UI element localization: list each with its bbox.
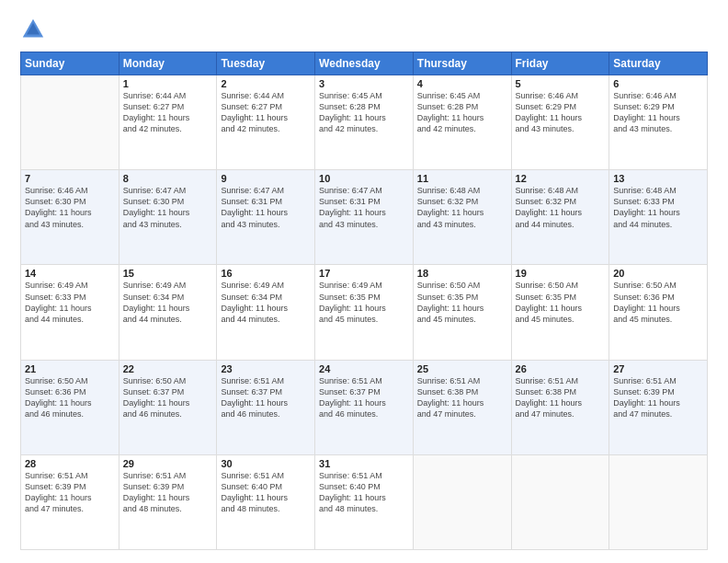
calendar-cell: 14Sunrise: 6:49 AMSunset: 6:33 PMDayligh… — [21, 265, 119, 360]
calendar-cell: 29Sunrise: 6:51 AMSunset: 6:39 PMDayligh… — [119, 454, 217, 549]
calendar-cell: 30Sunrise: 6:51 AMSunset: 6:40 PMDayligh… — [217, 454, 315, 549]
calendar-cell: 11Sunrise: 6:48 AMSunset: 6:32 PMDayligh… — [413, 170, 511, 265]
calendar-cell: 25Sunrise: 6:51 AMSunset: 6:38 PMDayligh… — [413, 360, 511, 454]
day-number: 8 — [123, 173, 213, 184]
day-number: 23 — [221, 363, 311, 374]
calendar-header-monday: Monday — [119, 52, 217, 75]
calendar-week-row: 21Sunrise: 6:50 AMSunset: 6:36 PMDayligh… — [21, 360, 708, 454]
day-info: Sunrise: 6:50 AMSunset: 6:36 PMDaylight:… — [613, 280, 703, 325]
calendar-cell: 31Sunrise: 6:51 AMSunset: 6:40 PMDayligh… — [315, 454, 414, 549]
day-number: 2 — [221, 78, 311, 89]
calendar-cell: 23Sunrise: 6:51 AMSunset: 6:37 PMDayligh… — [217, 360, 315, 454]
day-info: Sunrise: 6:44 AMSunset: 6:27 PMDaylight:… — [221, 90, 311, 135]
calendar-cell: 21Sunrise: 6:50 AMSunset: 6:36 PMDayligh… — [21, 360, 119, 454]
day-info: Sunrise: 6:51 AMSunset: 6:38 PMDaylight:… — [417, 375, 507, 420]
day-number: 29 — [123, 458, 213, 469]
calendar-cell: 27Sunrise: 6:51 AMSunset: 6:39 PMDayligh… — [609, 360, 708, 454]
calendar-cell: 17Sunrise: 6:49 AMSunset: 6:35 PMDayligh… — [315, 265, 414, 360]
day-number: 27 — [613, 363, 703, 374]
calendar-cell: 19Sunrise: 6:50 AMSunset: 6:35 PMDayligh… — [511, 265, 609, 360]
day-info: Sunrise: 6:44 AMSunset: 6:27 PMDaylight:… — [123, 90, 213, 135]
day-info: Sunrise: 6:51 AMSunset: 6:37 PMDaylight:… — [221, 375, 311, 420]
calendar-cell: 18Sunrise: 6:50 AMSunset: 6:35 PMDayligh… — [413, 265, 511, 360]
day-info: Sunrise: 6:45 AMSunset: 6:28 PMDaylight:… — [417, 90, 507, 135]
calendar-header-saturday: Saturday — [609, 52, 708, 75]
day-number: 7 — [25, 173, 115, 184]
day-info: Sunrise: 6:46 AMSunset: 6:29 PMDaylight:… — [516, 90, 606, 135]
day-info: Sunrise: 6:46 AMSunset: 6:30 PMDaylight:… — [25, 185, 115, 230]
calendar-cell: 8Sunrise: 6:47 AMSunset: 6:30 PMDaylight… — [119, 170, 217, 265]
day-info: Sunrise: 6:48 AMSunset: 6:33 PMDaylight:… — [613, 185, 703, 230]
calendar-cell: 10Sunrise: 6:47 AMSunset: 6:31 PMDayligh… — [315, 170, 414, 265]
calendar-cell: 4Sunrise: 6:45 AMSunset: 6:28 PMDaylight… — [413, 75, 511, 170]
day-number: 5 — [516, 78, 606, 89]
day-info: Sunrise: 6:48 AMSunset: 6:32 PMDaylight:… — [417, 185, 507, 230]
calendar-cell — [413, 454, 511, 549]
day-number: 25 — [417, 363, 507, 374]
calendar-cell: 6Sunrise: 6:46 AMSunset: 6:29 PMDaylight… — [609, 75, 708, 170]
day-number: 4 — [417, 78, 507, 89]
calendar-cell — [21, 75, 119, 170]
day-info: Sunrise: 6:48 AMSunset: 6:32 PMDaylight:… — [516, 185, 606, 230]
calendar-cell: 7Sunrise: 6:46 AMSunset: 6:30 PMDaylight… — [21, 170, 119, 265]
day-number: 18 — [417, 268, 507, 279]
calendar-cell — [511, 454, 609, 549]
calendar-header-tuesday: Tuesday — [217, 52, 315, 75]
calendar-week-row: 14Sunrise: 6:49 AMSunset: 6:33 PMDayligh… — [21, 265, 708, 360]
day-info: Sunrise: 6:51 AMSunset: 6:38 PMDaylight:… — [516, 375, 606, 420]
day-number: 13 — [613, 173, 703, 184]
day-info: Sunrise: 6:50 AMSunset: 6:35 PMDaylight:… — [417, 280, 507, 325]
day-number: 22 — [123, 363, 213, 374]
day-info: Sunrise: 6:47 AMSunset: 6:31 PMDaylight:… — [319, 185, 409, 230]
calendar-cell: 2Sunrise: 6:44 AMSunset: 6:27 PMDaylight… — [217, 75, 315, 170]
day-number: 6 — [613, 78, 703, 89]
calendar-cell: 3Sunrise: 6:45 AMSunset: 6:28 PMDaylight… — [315, 75, 414, 170]
day-number: 17 — [319, 268, 409, 279]
day-info: Sunrise: 6:51 AMSunset: 6:40 PMDaylight:… — [221, 470, 311, 515]
day-number: 16 — [221, 268, 311, 279]
day-info: Sunrise: 6:51 AMSunset: 6:39 PMDaylight:… — [25, 470, 115, 515]
day-number: 28 — [25, 458, 115, 469]
day-info: Sunrise: 6:47 AMSunset: 6:31 PMDaylight:… — [221, 185, 311, 230]
day-number: 15 — [123, 268, 213, 279]
calendar-cell: 13Sunrise: 6:48 AMSunset: 6:33 PMDayligh… — [609, 170, 708, 265]
day-number: 30 — [221, 458, 311, 469]
calendar-cell: 26Sunrise: 6:51 AMSunset: 6:38 PMDayligh… — [511, 360, 609, 454]
calendar-cell: 15Sunrise: 6:49 AMSunset: 6:34 PMDayligh… — [119, 265, 217, 360]
header — [20, 17, 708, 42]
day-number: 24 — [319, 363, 409, 374]
day-number: 11 — [417, 173, 507, 184]
day-info: Sunrise: 6:49 AMSunset: 6:34 PMDaylight:… — [221, 280, 311, 325]
day-info: Sunrise: 6:49 AMSunset: 6:35 PMDaylight:… — [319, 280, 409, 325]
page: SundayMondayTuesdayWednesdayThursdayFrid… — [0, 0, 728, 563]
calendar-cell: 5Sunrise: 6:46 AMSunset: 6:29 PMDaylight… — [511, 75, 609, 170]
calendar-header-thursday: Thursday — [413, 52, 511, 75]
calendar-cell: 20Sunrise: 6:50 AMSunset: 6:36 PMDayligh… — [609, 265, 708, 360]
day-number: 1 — [123, 78, 213, 89]
day-info: Sunrise: 6:50 AMSunset: 6:37 PMDaylight:… — [123, 375, 213, 420]
day-number: 19 — [516, 268, 606, 279]
calendar-cell: 16Sunrise: 6:49 AMSunset: 6:34 PMDayligh… — [217, 265, 315, 360]
day-number: 21 — [25, 363, 115, 374]
day-number: 12 — [516, 173, 606, 184]
calendar-header-wednesday: Wednesday — [315, 52, 414, 75]
day-info: Sunrise: 6:49 AMSunset: 6:33 PMDaylight:… — [25, 280, 115, 325]
day-info: Sunrise: 6:51 AMSunset: 6:39 PMDaylight:… — [123, 470, 213, 515]
day-info: Sunrise: 6:46 AMSunset: 6:29 PMDaylight:… — [613, 90, 703, 135]
calendar-week-row: 7Sunrise: 6:46 AMSunset: 6:30 PMDaylight… — [21, 170, 708, 265]
calendar-cell: 12Sunrise: 6:48 AMSunset: 6:32 PMDayligh… — [511, 170, 609, 265]
day-info: Sunrise: 6:50 AMSunset: 6:36 PMDaylight:… — [25, 375, 115, 420]
day-info: Sunrise: 6:49 AMSunset: 6:34 PMDaylight:… — [123, 280, 213, 325]
calendar-header-friday: Friday — [511, 52, 609, 75]
calendar-cell — [609, 454, 708, 549]
calendar-cell: 24Sunrise: 6:51 AMSunset: 6:37 PMDayligh… — [315, 360, 414, 454]
calendar-cell: 9Sunrise: 6:47 AMSunset: 6:31 PMDaylight… — [217, 170, 315, 265]
day-number: 26 — [516, 363, 606, 374]
calendar-cell: 22Sunrise: 6:50 AMSunset: 6:37 PMDayligh… — [119, 360, 217, 454]
calendar-header-row: SundayMondayTuesdayWednesdayThursdayFrid… — [21, 52, 708, 75]
day-info: Sunrise: 6:51 AMSunset: 6:37 PMDaylight:… — [319, 375, 409, 420]
calendar-week-row: 28Sunrise: 6:51 AMSunset: 6:39 PMDayligh… — [21, 454, 708, 549]
day-info: Sunrise: 6:51 AMSunset: 6:40 PMDaylight:… — [319, 470, 409, 515]
calendar-header-sunday: Sunday — [21, 52, 119, 75]
day-number: 14 — [25, 268, 115, 279]
